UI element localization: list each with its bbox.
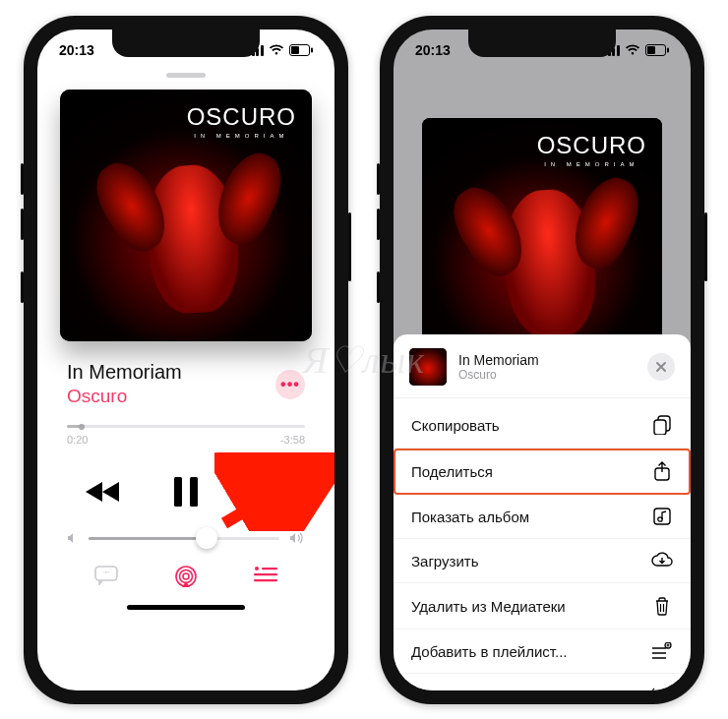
- sheet-title: In Memoriam: [458, 352, 539, 368]
- svg-rect-16: [647, 46, 655, 54]
- album-art-background: OSCURO IN MEMORIAM: [422, 118, 662, 358]
- track-artist[interactable]: Oscuro: [67, 386, 182, 407]
- wifi-icon: [269, 44, 284, 56]
- time-remaining: -3:58: [280, 434, 305, 446]
- pause-button[interactable]: [172, 477, 200, 507]
- battery-icon: [645, 44, 669, 56]
- menu-item-copy[interactable]: Скопировать: [394, 402, 691, 449]
- home-indicator[interactable]: [127, 605, 245, 610]
- sheet-subtitle: Oscuro: [458, 368, 539, 382]
- status-time: 20:13: [59, 42, 94, 58]
- action-sheet: In Memoriam Oscuro Скопировать: [394, 334, 691, 690]
- airplay-button[interactable]: [169, 566, 203, 591]
- menu-label: Загрузить: [411, 553, 479, 569]
- share-icon: [651, 461, 673, 481]
- menu-label: Показать альбом: [411, 509, 529, 525]
- svg-point-10: [255, 567, 259, 570]
- sheet-header: In Memoriam Oscuro: [394, 334, 691, 398]
- screen-right: 20:13: [394, 30, 691, 690]
- svg-text:"": "": [103, 569, 109, 578]
- notch: [112, 30, 260, 57]
- queue-button[interactable]: [249, 566, 282, 591]
- menu-label: Добавить в плейлист...: [411, 643, 568, 660]
- svg-rect-2: [311, 48, 313, 53]
- status-time: 20:13: [415, 42, 451, 58]
- svg-point-7: [183, 573, 189, 579]
- album-art[interactable]: OSCURO IN MEMORIAM: [60, 90, 312, 341]
- close-button[interactable]: [647, 353, 675, 381]
- menu-item-download[interactable]: Загрузить: [394, 539, 691, 583]
- volume-slider[interactable]: [37, 532, 334, 566]
- menu-item-create-station[interactable]: Создать станцию: [394, 674, 691, 690]
- svg-rect-3: [174, 477, 182, 507]
- download-icon: [651, 552, 673, 569]
- svg-rect-11: [262, 568, 277, 569]
- progress-slider[interactable]: 0:20 -3:58: [37, 407, 334, 449]
- menu-item-delete[interactable]: Удалить из Медиатеки: [394, 583, 691, 629]
- add-playlist-icon: [651, 642, 673, 660]
- svg-point-8: [179, 570, 192, 583]
- phone-frame-right: 20:13: [380, 16, 704, 704]
- menu-label: Скопировать: [411, 417, 500, 434]
- time-elapsed: 0:20: [67, 434, 88, 446]
- trash-icon: [651, 596, 673, 616]
- previous-button[interactable]: [86, 480, 121, 504]
- album-icon: [651, 508, 673, 525]
- station-icon: [651, 687, 673, 690]
- wifi-icon: [625, 44, 640, 56]
- album-art-brand: OSCURO IN MEMORIAM: [187, 103, 296, 139]
- svg-rect-4: [190, 477, 198, 507]
- svg-rect-13: [254, 579, 277, 581]
- menu-item-share[interactable]: Поделиться: [394, 449, 691, 495]
- copy-icon: [651, 415, 673, 435]
- menu-label: Поделиться: [411, 463, 493, 480]
- close-icon: [655, 361, 667, 373]
- sheet-handle[interactable]: [166, 73, 206, 78]
- lyrics-button[interactable]: "": [90, 566, 123, 591]
- svg-rect-19: [654, 420, 666, 435]
- svg-rect-1: [291, 46, 299, 54]
- svg-rect-17: [667, 48, 669, 53]
- phone-frame-left: 20:13 OSCURO: [24, 16, 348, 704]
- battery-icon: [289, 44, 313, 56]
- more-button[interactable]: •••: [275, 370, 305, 399]
- svg-rect-12: [254, 573, 277, 575]
- screen-left: 20:13 OSCURO: [37, 30, 334, 690]
- menu-item-show-album[interactable]: Показать альбом: [394, 495, 691, 539]
- menu-item-add-playlist[interactable]: Добавить в плейлист...: [394, 629, 691, 674]
- menu-label: Удалить из Медиатеки: [411, 598, 566, 615]
- volume-high-icon: [289, 532, 305, 544]
- notch: [468, 30, 616, 57]
- next-button[interactable]: [251, 480, 286, 504]
- track-title: In Memoriam: [67, 361, 182, 384]
- menu-label: Создать станцию: [411, 688, 529, 691]
- volume-low-icon: [67, 532, 79, 544]
- sheet-thumbnail: [409, 348, 447, 386]
